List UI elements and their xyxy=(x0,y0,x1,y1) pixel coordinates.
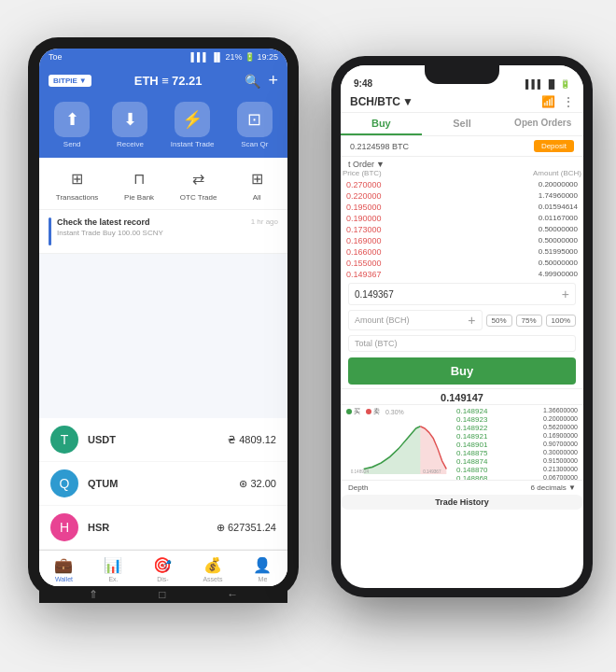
bitpie-logo[interactable]: BITPIE ▼ xyxy=(49,75,91,87)
transactions-menu[interactable]: ⊞ Transactions xyxy=(56,165,99,202)
chart-pct: 0.30% xyxy=(385,409,404,415)
chart-right-ob: 0.148924 1.36600000 0.148923 0.20000000 … xyxy=(456,407,578,478)
sell-amount-1: 0.20000000 xyxy=(539,180,578,189)
token-list: T USDT ₴ 4809.12 Q QTUM ⊛ 32.00 H HSR ⊕ … xyxy=(39,418,287,550)
sell-dot xyxy=(366,409,371,414)
notification[interactable]: Check the latest record Instant Trade Bu… xyxy=(39,210,287,254)
chart-icon[interactable]: 📶 xyxy=(541,95,555,108)
ios-screen: 9:48 ▌▌▌ ▐▌ 🔋 BCH/BTC ▼ 📶 ⋮ Buy Sell Ope… xyxy=(341,65,583,588)
notif-time: 1 hr ago xyxy=(251,217,278,226)
otc-trade-menu[interactable]: ⇄ OTC Trade xyxy=(180,165,217,202)
qtum-icon: Q xyxy=(50,469,78,497)
gesture-forward: ← xyxy=(227,588,238,601)
transactions-icon: ⊞ xyxy=(63,165,91,191)
sell-price-3: 0.195000 xyxy=(346,203,382,212)
ios-phone: 9:48 ▌▌▌ ▐▌ 🔋 BCH/BTC ▼ 📶 ⋮ Buy Sell Ope… xyxy=(331,56,593,597)
menu-row: ⊞ Transactions ⊓ Pie Bank ⇄ OTC Trade ⊞ … xyxy=(39,158,287,210)
me-nav-label: Me xyxy=(259,576,268,582)
pie-bank-menu[interactable]: ⊓ Pie Bank xyxy=(124,165,154,202)
buy-dot xyxy=(346,409,352,414)
ios-time: 9:48 xyxy=(354,78,372,89)
receive-action[interactable]: ⬇ Receive xyxy=(112,102,147,148)
table-row: 0.190000 0.01167000 xyxy=(346,213,578,224)
pie-bank-icon: ⊓ xyxy=(125,165,153,191)
table-row: 0.270000 0.20000000 xyxy=(346,179,578,190)
send-icon: ⬆ xyxy=(54,102,90,137)
blank-area xyxy=(39,254,287,418)
table-row: 0.148875 0.30000000 xyxy=(456,449,578,457)
android-phone: Toe ▌▌▌ ▐▌ 21% 🔋 19:25 BITPIE ▼ ETH ≡ 72… xyxy=(28,37,299,597)
dis-nav-label: Dis- xyxy=(157,576,168,582)
ios-notch xyxy=(425,65,499,84)
notif-left: Check the latest record Instant Trade Bu… xyxy=(49,217,163,245)
sell-amount-7: 0.51995000 xyxy=(539,247,578,257)
scene: Toe ▌▌▌ ▐▌ 21% 🔋 19:25 BITPIE ▼ ETH ≡ 72… xyxy=(19,19,597,653)
add-icon[interactable]: + xyxy=(268,71,278,91)
mid-price-value: 0.149147 xyxy=(441,392,483,403)
price-cols-header: Price (BTC) Amount (BCH) xyxy=(341,169,583,177)
trading-pair[interactable]: BCH/BTC ▼ xyxy=(350,95,413,108)
android-status-right: ▌▌▌ ▐▌ 21% 🔋 19:25 xyxy=(191,52,278,62)
price-plus-icon[interactable]: + xyxy=(562,287,569,301)
svg-text:0.149367: 0.149367 xyxy=(423,469,441,474)
scan-qr-label: Scan Qr xyxy=(241,140,268,148)
notif-bar xyxy=(49,217,51,245)
sell-orders: 0.270000 0.20000000 0.220000 1.74960000 … xyxy=(341,179,583,280)
assets-nav-icon: 💰 xyxy=(203,556,222,574)
table-row: 0.149367 4.99900000 xyxy=(346,269,578,280)
sell-tab[interactable]: Sell xyxy=(422,113,503,135)
dis-nav-icon: 🎯 xyxy=(153,556,172,574)
open-orders-tab[interactable]: Open Orders xyxy=(502,113,583,135)
price-col-label: Price (BTC) xyxy=(343,169,382,177)
all-icon: ⊞ xyxy=(243,165,271,191)
token-item-hsr[interactable]: H HSR ⊕ 627351.24 xyxy=(39,506,287,550)
quick-actions: ⬆ Send ⬇ Receive ⚡ Instant Trade ⊡ Scan … xyxy=(39,98,287,158)
table-row: 0.166000 0.51995000 xyxy=(346,246,578,258)
scan-qr-icon: ⊡ xyxy=(237,102,273,137)
all-menu[interactable]: ⊞ All xyxy=(243,165,271,202)
assets-nav[interactable]: 💰 Assets xyxy=(203,556,222,582)
usdt-name: USDT xyxy=(88,434,218,445)
usdt-icon: T xyxy=(50,426,78,454)
sell-price-2: 0.220000 xyxy=(346,191,382,201)
deposit-button[interactable]: Deposit xyxy=(534,140,574,152)
amount-field[interactable]: Amount (BCH) + xyxy=(348,310,483,330)
gesture-back: ⇑ xyxy=(89,588,98,601)
wallet-nav[interactable]: 💼 Wallet xyxy=(54,556,73,582)
deposit-amount: 0.2124598 BTC xyxy=(350,142,409,151)
pct-75[interactable]: 75% xyxy=(516,315,542,327)
hsr-name: HSR xyxy=(88,522,207,533)
dis-nav[interactable]: 🎯 Dis- xyxy=(153,556,172,582)
price-input-row[interactable]: 0.149367 + xyxy=(348,283,576,305)
token-item-usdt[interactable]: T USDT ₴ 4809.12 xyxy=(39,418,287,462)
table-row: 0.148922 0.56200000 xyxy=(456,424,578,432)
transactions-label: Transactions xyxy=(56,193,99,202)
ex-nav[interactable]: 📊 Ex. xyxy=(104,556,122,582)
buy-button[interactable]: Buy xyxy=(348,357,576,385)
order-type-label[interactable]: t Order ▼ xyxy=(348,160,576,169)
order-type-row: t Order ▼ xyxy=(341,157,583,169)
decimals-chevron[interactable]: ▼ xyxy=(568,483,576,492)
token-item-qtum[interactable]: Q QTUM ⊛ 32.00 xyxy=(39,462,287,506)
send-action[interactable]: ⬆ Send xyxy=(54,102,90,148)
table-row: 0.173000 0.50000000 xyxy=(346,224,578,235)
pct-50[interactable]: 50% xyxy=(486,315,512,327)
wallet-nav-icon: 💼 xyxy=(54,556,73,574)
amount-plus-icon[interactable]: + xyxy=(468,313,475,328)
pair-label: BCH/BTC xyxy=(350,95,400,108)
table-row: 0.148924 1.36600000 xyxy=(456,407,578,415)
more-icon[interactable]: ⋮ xyxy=(563,95,574,108)
receive-icon: ⬇ xyxy=(112,102,147,137)
instant-trade-action[interactable]: ⚡ Instant Trade xyxy=(171,102,215,148)
buy-tab[interactable]: Buy xyxy=(341,113,422,135)
scan-qr-action[interactable]: ⊡ Scan Qr xyxy=(237,102,273,148)
search-icon[interactable]: 🔍 xyxy=(245,74,260,89)
pct-100[interactable]: 100% xyxy=(546,315,576,327)
depth-chart: 0.148924 0.149367 xyxy=(346,418,451,474)
trade-history-tab[interactable]: Trade History xyxy=(341,495,583,510)
send-label: Send xyxy=(63,140,81,148)
me-nav[interactable]: 👤 Me xyxy=(253,556,272,582)
total-field[interactable]: Total (BTC) xyxy=(348,335,576,352)
sell-amount-3: 0.01594614 xyxy=(539,203,578,212)
usdt-balance: ₴ 4809.12 xyxy=(228,434,276,446)
